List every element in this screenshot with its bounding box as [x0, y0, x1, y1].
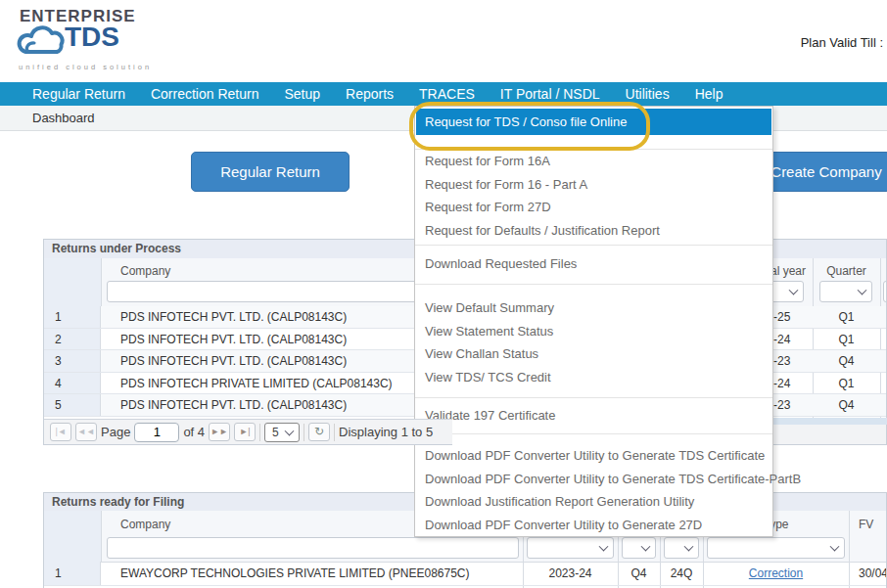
logo-tds-text: TDS	[65, 22, 119, 53]
row-number: 1	[44, 562, 101, 585]
company-cell: PDS INFOTECH PVT. LTD. (CALP08143C)	[120, 350, 347, 372]
panel1-pager: |◄ ◄◄ Page of 4 ►► ►| 5 ↻ Displaying 1 t…	[44, 419, 452, 445]
panel1-quarter-filter-select[interactable]	[819, 281, 872, 302]
row-number: 3	[44, 350, 101, 372]
horizontal-scrollbar[interactable]	[773, 418, 887, 425]
menu-group-download: Download Requested Files	[415, 252, 772, 276]
app-window: ENTERPRISE TDS unified cloud solution Pl…	[0, 0, 887, 588]
row-number: 2	[44, 329, 101, 350]
menu-group-view: View Default Summary View Statement Stat…	[415, 296, 772, 388]
cloud-icon	[16, 22, 67, 63]
menu-item-download-justification-utility[interactable]: Download Justification Report Generation…	[415, 490, 772, 514]
prev-page-icon[interactable]: ◄◄	[75, 423, 97, 441]
finyear-cell: -24	[773, 373, 790, 394]
panel2-numcol-header	[44, 511, 102, 562]
page-label: Page	[101, 425, 130, 439]
panel1-edge-filter-select[interactable]	[883, 281, 887, 302]
menu-group-utilities: Download PDF Converter Utility to Genera…	[415, 444, 772, 536]
menu-item-request-defaults-justification[interactable]: Request for Defaults / Justification Rep…	[415, 219, 772, 243]
menu-separator	[415, 245, 772, 246]
menu-item-view-challan-status[interactable]: View Challan Status	[415, 342, 772, 366]
table-row[interactable]: 1 EWAYCORP TECHNOLOGIES PRIVATE LIMITED …	[44, 562, 886, 586]
breadcrumb: Dashboard	[32, 111, 95, 125]
menu-group-requests: Request for Form 16A Request for Form 16…	[415, 150, 772, 242]
menu-item-view-statement-status[interactable]: View Statement Status	[415, 320, 772, 343]
chevron-down-icon	[599, 542, 609, 552]
correction-link[interactable]: Correction	[703, 562, 849, 586]
menu-item-view-default-summary[interactable]: View Default Summary	[415, 296, 772, 320]
refresh-icon[interactable]: ↻	[308, 423, 330, 441]
panel2-quarter-filter-select[interactable]	[622, 537, 656, 559]
menu-item-view-tds-tcs-credit[interactable]: View TDS/ TCS Credit	[415, 366, 772, 389]
quarter-cell: Q4	[618, 562, 660, 586]
nav-it-portal-nsdl[interactable]: IT Portal / NSDL	[488, 82, 613, 106]
panel1-numcol-header	[44, 258, 102, 306]
row-number: 1	[44, 306, 101, 328]
panel2-finyear-filter-select[interactable]	[527, 537, 614, 559]
finyear-cell: -24	[773, 329, 790, 350]
menu-item-request-form-27d[interactable]: Request for Form 27D	[415, 196, 772, 219]
panel2-type-filter-select[interactable]	[707, 537, 845, 559]
nav-regular-return[interactable]: Regular Return	[20, 82, 138, 106]
panel2-company-filter-input[interactable]	[107, 537, 519, 559]
first-page-icon[interactable]: |◄	[50, 423, 71, 441]
menu-separator	[415, 397, 772, 398]
quarter-cell: Q1	[813, 373, 880, 394]
company-cell: PDS INFOTECH PVT. LTD. (CALP08143C)	[120, 394, 347, 416]
nav-traces[interactable]: TRACES	[406, 82, 488, 106]
menu-item-request-tds-conso[interactable]: Request for TDS / Conso file Online	[416, 109, 771, 135]
nav-correction-return[interactable]: Correction Return	[138, 82, 272, 106]
chevron-down-icon	[641, 542, 651, 552]
chevron-down-icon	[858, 286, 867, 295]
panel2-col-company: Company	[120, 518, 170, 531]
chevron-down-icon	[684, 542, 694, 552]
panel2-form-filter-select[interactable]	[664, 537, 699, 559]
create-company-button[interactable]: Create Company	[762, 152, 887, 192]
nav-setup[interactable]: Setup	[271, 82, 333, 106]
menu-item-download-pdf-converter-27d[interactable]: Download PDF Converter Utility to Genera…	[415, 514, 772, 537]
finyear-cell: -25	[773, 306, 790, 328]
panel2-col-last: FV	[859, 518, 873, 531]
menu-item-request-form-16-part-a[interactable]: Request for Form 16 - Part A	[415, 173, 772, 197]
menu-separator	[415, 433, 772, 434]
pager-divider	[259, 424, 260, 441]
menu-separator	[415, 284, 772, 285]
company-cell: PDS INFOTECH PVT. LTD. (CALP08143C)	[120, 329, 347, 350]
panel1-col-company: Company	[120, 264, 170, 278]
row-number: 5	[44, 394, 101, 416]
next-page-icon[interactable]: ►►	[209, 423, 230, 441]
menu-item-download-pdf-converter-tds-cert-partb[interactable]: Download PDF Converter Utility to Genera…	[415, 468, 772, 491]
page-number-input[interactable]	[134, 423, 179, 442]
menu-item-download-pdf-converter-tds-cert[interactable]: Download PDF Converter Utility to Genera…	[415, 444, 772, 468]
quarter-cell: Q4	[813, 350, 880, 372]
traces-dropdown-menu: Request for TDS / Conso file Online Requ…	[414, 106, 773, 537]
finyear-cell: -23	[773, 394, 790, 416]
quarter-cell: Q4	[813, 394, 880, 416]
quarter-cell: Q1	[813, 329, 880, 350]
company-cell: EWAYCORP TECHNOLOGIES PRIVATE LIMITED (P…	[120, 562, 470, 586]
nav-help[interactable]: Help	[682, 82, 736, 106]
nav-utilities[interactable]: Utilities	[613, 82, 682, 106]
panel1-col-finyear: al year	[770, 264, 806, 278]
panel2-grid-body: 1 EWAYCORP TECHNOLOGIES PRIVATE LIMITED …	[44, 562, 886, 586]
row-number: 4	[44, 373, 101, 394]
plan-valid-label: Plan Valid Till :	[801, 35, 883, 50]
chevron-down-icon	[789, 286, 799, 295]
regular-return-button[interactable]: Regular Return	[191, 152, 350, 192]
page-size-select[interactable]: 5	[264, 423, 300, 442]
panel1-col-quarter: Quarter	[813, 264, 880, 278]
menu-item-download-requested-files[interactable]: Download Requested Files	[415, 252, 772, 276]
pager-divider	[303, 424, 304, 441]
menu-item-request-form-16a[interactable]: Request for Form 16A	[415, 150, 772, 173]
menu-item-validate-197-certificate[interactable]: Validate 197 Certificate	[415, 404, 772, 428]
nav-reports[interactable]: Reports	[333, 82, 406, 106]
page-size-value: 5	[272, 426, 279, 439]
finyear-cell: -23	[773, 350, 790, 372]
page-of-label: of 4	[183, 425, 205, 439]
quarter-cell: Q1	[813, 306, 880, 328]
date-cell: 30/04	[859, 562, 887, 586]
company-cell: PDS INFOTECH PVT. LTD. (CALP08143C)	[120, 306, 347, 328]
last-page-icon[interactable]: ►|	[234, 423, 256, 441]
pager-divider	[334, 424, 335, 441]
form-cell: 24Q	[660, 562, 703, 586]
